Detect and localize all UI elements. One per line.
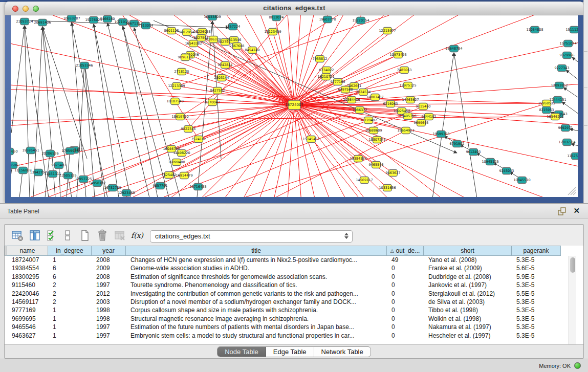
- cell-in_degree[interactable]: 1: [48, 332, 92, 340]
- graph-node[interactable]: 7986372: [353, 107, 367, 114]
- graph-node[interactable]: 9465546: [369, 162, 384, 168]
- cell-year[interactable]: 1997: [92, 281, 126, 289]
- graph-node[interactable]: 14498220: [173, 150, 190, 157]
- graph-node[interactable]: 15958535: [538, 100, 555, 107]
- cell-pagerank[interactable]: 5.3E-5: [512, 298, 561, 306]
- function-builder-button[interactable]: f(x): [130, 229, 144, 242]
- graph-node[interactable]: 16033809: [204, 15, 221, 20]
- cell-title[interactable]: Embryonic stem cells: a model to study s…: [126, 332, 387, 340]
- cell-in_degree[interactable]: 2: [48, 298, 92, 306]
- graph-node[interactable]: 16648784: [445, 46, 462, 52]
- graph-node[interactable]: 6497568: [338, 86, 353, 93]
- cell-out_de[interactable]: 49: [387, 256, 424, 264]
- graph-node[interactable]: 10331656: [379, 185, 396, 191]
- column-header-out_de[interactable]: △out_de...: [387, 246, 424, 256]
- cell-out_de[interactable]: 0: [387, 273, 424, 281]
- cell-year[interactable]: 2008: [92, 273, 126, 281]
- graph-node[interactable]: 7857224: [226, 24, 241, 30]
- graph-node[interactable]: 20206526: [41, 150, 58, 157]
- cell-year[interactable]: 2012: [92, 290, 126, 298]
- graph-node[interactable]: 15751074: [559, 40, 576, 47]
- cell-short[interactable]: Stergiakouli et al. (2012): [424, 290, 512, 298]
- column-header-short[interactable]: short: [424, 246, 512, 256]
- table-row[interactable]: 969969511998Structural magnetic resonanc…: [5, 315, 563, 323]
- cell-year[interactable]: 2008: [92, 256, 126, 264]
- table-row[interactable]: 946362711997Embryonic stem cells: a mode…: [5, 332, 563, 340]
- cell-name[interactable]: 9115460: [7, 281, 48, 289]
- graph-node[interactable]: 12215977: [379, 28, 396, 34]
- close-panel-icon[interactable]: ✕: [573, 206, 580, 215]
- cell-pagerank[interactable]: 5.3E-5: [512, 306, 561, 314]
- cell-title[interactable]: Disruption of a novel member of a sodium…: [126, 298, 387, 306]
- table-row[interactable]: 977716911998Corpus callosum shape and si…: [5, 306, 563, 314]
- cell-in_degree[interactable]: 2: [48, 290, 92, 298]
- cell-in_degree[interactable]: 2: [48, 281, 92, 289]
- graph-node[interactable]: 10653287: [63, 15, 80, 22]
- tab-network-table[interactable]: Network Table: [314, 347, 371, 357]
- table-row[interactable]: 1938455462009Genome-wide association stu…: [5, 264, 563, 272]
- graph-node[interactable]: 11451311: [44, 171, 61, 178]
- cell-short[interactable]: Franke et al. (2009): [424, 264, 512, 272]
- graph-node[interactable]: 16782759: [104, 185, 121, 191]
- graph-node[interactable]: 10845510: [513, 177, 530, 184]
- graph-node[interactable]: 18724007: [285, 100, 303, 110]
- cell-title[interactable]: Genome-wide association studies in ADHD.: [126, 264, 387, 272]
- graph-node[interactable]: 15145451: [302, 136, 319, 143]
- graph-node[interactable]: 25160650: [11, 148, 18, 155]
- cell-in_degree[interactable]: 1: [48, 306, 92, 314]
- cell-pagerank[interactable]: 5.3E-5: [512, 281, 561, 289]
- cell-short[interactable]: de Silva et al. (2003): [424, 298, 512, 306]
- graph-node[interactable]: 8813074: [269, 15, 284, 21]
- column-header-pagerank[interactable]: pagerank: [512, 246, 561, 256]
- cell-out_de[interactable]: 0: [387, 332, 424, 340]
- graph-node[interactable]: 14463627: [402, 97, 419, 103]
- graph-node[interactable]: 9975487: [52, 162, 67, 169]
- table-row[interactable]: 1830029562008Estimation of significance …: [5, 273, 563, 281]
- cell-year[interactable]: 1997: [92, 323, 126, 331]
- cell-out_de[interactable]: 0: [387, 264, 424, 272]
- table-row[interactable]: 1872400712008Changes of HCN gene express…: [5, 256, 563, 264]
- tab-node-table[interactable]: Node Table: [217, 347, 266, 357]
- graph-node[interactable]: 21053724: [16, 18, 33, 25]
- delete-column-button[interactable]: [96, 229, 109, 242]
- cell-title[interactable]: Corpus callosum shape and size in male p…: [126, 306, 387, 314]
- cell-out_de[interactable]: 0: [387, 306, 424, 314]
- scrollbar-thumb[interactable]: [570, 257, 575, 273]
- cell-out_de[interactable]: 0: [387, 298, 424, 306]
- cell-pagerank[interactable]: 5.3E-5: [512, 256, 561, 264]
- cell-name[interactable]: 18724007: [7, 256, 48, 264]
- graph-node[interactable]: 8454749: [245, 47, 260, 54]
- graph-node[interactable]: 9699695: [414, 120, 429, 126]
- graph-node[interactable]: 9844102: [422, 114, 437, 120]
- table-selector-dropdown[interactable]: citations_edges.txt: [150, 230, 353, 243]
- cell-in_degree[interactable]: 6: [48, 273, 92, 281]
- graph-node[interactable]: 15111234: [565, 27, 578, 33]
- cell-short[interactable]: Jankovic et al. (1997): [424, 281, 512, 289]
- new-table-button[interactable]: [78, 229, 92, 242]
- select-all-button[interactable]: [46, 229, 59, 242]
- graph-node[interactable]: 11675335: [567, 153, 578, 160]
- graph-node[interactable]: 2367608: [230, 43, 245, 50]
- graph-node[interactable]: 6734022: [319, 67, 334, 74]
- float-panel-icon[interactable]: [558, 207, 567, 216]
- column-header-year[interactable]: year: [92, 246, 126, 256]
- graph-node[interactable]: 10546201: [547, 114, 563, 120]
- cell-title[interactable]: Estimation of significance thresholds fo…: [126, 273, 387, 281]
- column-header-in_degree[interactable]: in_degree: [48, 246, 92, 256]
- cell-out_de[interactable]: 0: [387, 281, 424, 289]
- graph-node[interactable]: 12923468: [118, 190, 135, 196]
- cell-pagerank[interactable]: 5.5E-5: [512, 290, 561, 298]
- graph-node[interactable]: 9227343: [555, 65, 570, 72]
- cell-in_degree[interactable]: 1: [48, 256, 92, 264]
- graph-node[interactable]: 19384554: [350, 156, 366, 162]
- graph-node[interactable]: 10688609: [365, 127, 382, 134]
- cell-short[interactable]: Yano et al. (2008): [424, 256, 512, 264]
- table-settings-button[interactable]: [11, 229, 24, 242]
- graph-node[interactable]: 10945125: [482, 159, 498, 165]
- cell-title[interactable]: Tourette syndrome. Phenomenology and cla…: [126, 281, 387, 289]
- cell-name[interactable]: 18300295: [7, 273, 48, 281]
- cell-short[interactable]: Dudbridge et al. (2008): [424, 273, 512, 281]
- graph-node[interactable]: 19595451: [22, 147, 39, 154]
- graph-node[interactable]: 8601128: [164, 28, 179, 34]
- table-row[interactable]: 1456911722003Disruption of a novel membe…: [5, 298, 563, 306]
